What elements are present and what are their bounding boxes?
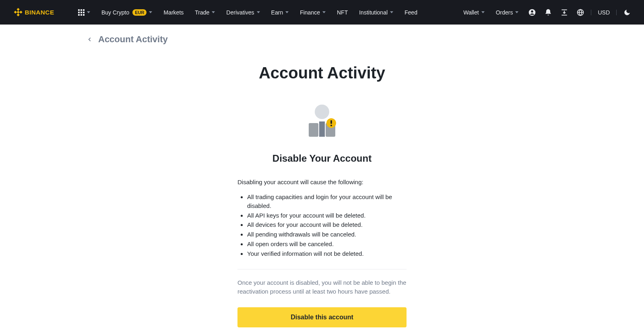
main-content: Account Activity Disable Your Account Di… xyxy=(129,45,515,331)
intro-text: Disabling your account will cause the fo… xyxy=(237,179,407,185)
svg-rect-3 xyxy=(17,13,20,16)
list-item: Your verified information will not be de… xyxy=(247,249,407,258)
svg-rect-2 xyxy=(19,10,22,13)
list-item: All API keys for your account will be de… xyxy=(247,211,407,220)
nav-label: Orders xyxy=(496,9,513,16)
eur-badge: EUR xyxy=(132,9,147,16)
breadcrumb-title: Account Activity xyxy=(98,34,168,45)
nav-institutional[interactable]: Institutional xyxy=(354,0,398,25)
nav-markets[interactable]: Markets xyxy=(159,0,188,25)
svg-point-8 xyxy=(315,105,329,119)
chevron-down-icon xyxy=(257,11,260,13)
chevron-down-icon xyxy=(390,11,393,13)
chevron-down-icon xyxy=(87,11,90,13)
nav-label: Markets xyxy=(163,9,184,16)
nav-nft[interactable]: NFT xyxy=(332,0,353,25)
chevron-down-icon xyxy=(212,11,215,13)
svg-rect-4 xyxy=(17,10,20,13)
nav-wallet[interactable]: Wallet xyxy=(458,0,489,25)
list-item: All devices for your account will be del… xyxy=(247,220,407,229)
nav-buy-crypto[interactable]: Buy Crypto EUR xyxy=(97,0,157,25)
chevron-down-icon xyxy=(481,11,485,13)
svg-rect-9 xyxy=(309,123,318,137)
nav-finance[interactable]: Finance xyxy=(295,0,330,25)
nav-right: Wallet Orders USD xyxy=(458,0,634,25)
top-header: BINANCE Buy Crypto EUR Markets Trade Der… xyxy=(0,0,644,25)
divider xyxy=(591,10,591,15)
disable-account-button[interactable]: Disable this account xyxy=(237,307,407,327)
chevron-down-icon xyxy=(285,11,289,13)
note-text: Once your account is disabled, you will … xyxy=(237,278,407,296)
svg-point-14 xyxy=(330,125,332,126)
download-icon[interactable] xyxy=(557,5,572,20)
brand-text: BINANCE xyxy=(25,9,54,16)
svg-rect-0 xyxy=(17,8,20,10)
consequences-list: All trading capacities and login for you… xyxy=(237,193,407,258)
chevron-down-icon xyxy=(515,11,518,13)
svg-point-6 xyxy=(531,10,533,12)
nav-apps[interactable] xyxy=(73,0,95,25)
nav-label: Trade xyxy=(195,9,209,16)
divider xyxy=(616,10,617,15)
chevron-down-icon xyxy=(322,11,326,13)
nav-label: NFT xyxy=(337,9,348,16)
theme-toggle-icon[interactable] xyxy=(620,5,634,20)
page-title: Account Activity xyxy=(135,64,509,82)
back-chevron-icon[interactable] xyxy=(87,37,93,42)
nav-label: Earn xyxy=(271,9,283,16)
apps-grid-icon xyxy=(78,9,85,16)
nav-label: Buy Crypto xyxy=(101,9,129,16)
svg-rect-13 xyxy=(330,120,332,124)
list-item: All trading capacities and login for you… xyxy=(247,193,407,210)
nav-label: Feed xyxy=(405,9,417,16)
nav-earn[interactable]: Earn xyxy=(266,0,294,25)
nav-label: Derivatives xyxy=(226,9,254,16)
globe-icon[interactable] xyxy=(573,5,588,20)
disable-content: Disabling your account will cause the fo… xyxy=(237,179,407,327)
nav-orders[interactable]: Orders xyxy=(491,0,524,25)
section-title: Disable Your Account xyxy=(135,153,509,164)
svg-rect-1 xyxy=(14,10,17,13)
bell-icon[interactable] xyxy=(541,5,555,20)
nav-derivatives[interactable]: Derivatives xyxy=(221,0,264,25)
nav-label: Wallet xyxy=(463,9,479,16)
nav-trade[interactable]: Trade xyxy=(190,0,220,25)
svg-rect-10 xyxy=(319,121,325,137)
nav-left: Buy Crypto EUR Markets Trade Derivatives… xyxy=(73,0,458,25)
chevron-down-icon xyxy=(149,11,152,13)
divider xyxy=(237,269,407,269)
list-item: All pending withdrawals will be canceled… xyxy=(247,230,407,239)
account-icon[interactable] xyxy=(525,5,539,20)
list-item: All open orders will be canceled. xyxy=(247,240,407,249)
disable-account-illustration xyxy=(304,105,340,137)
nav-label: Institutional xyxy=(359,9,388,16)
currency-selector[interactable]: USD xyxy=(594,9,613,16)
breadcrumb-row: Account Activity xyxy=(80,25,564,45)
brand-logo[interactable]: BINANCE xyxy=(10,8,66,17)
nav-label: Finance xyxy=(300,9,320,16)
nav-feed[interactable]: Feed xyxy=(400,0,422,25)
